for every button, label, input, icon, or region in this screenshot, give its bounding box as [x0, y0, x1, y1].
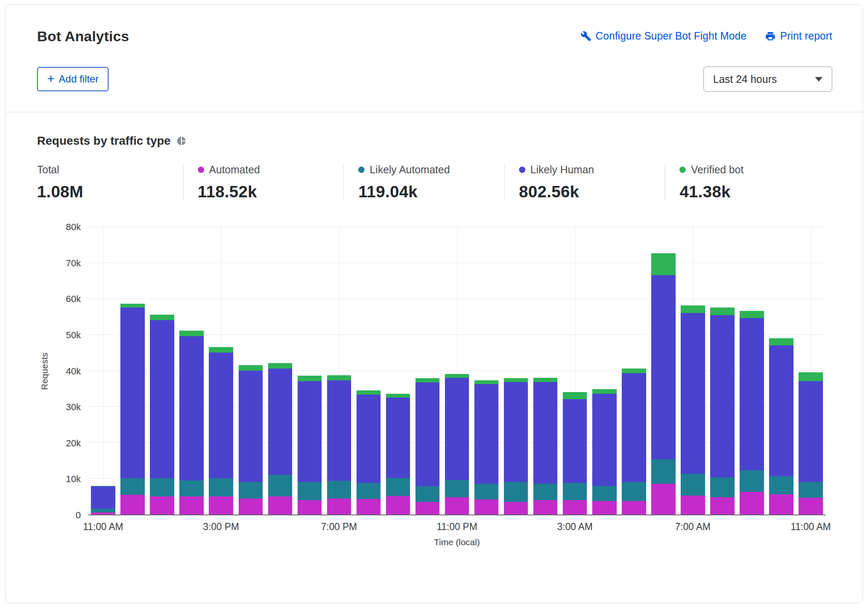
- requests-chart: Requests 010k20k30k40k50k60k70k80k 11:00…: [37, 227, 825, 552]
- stacked-bar: [504, 378, 528, 515]
- x-tick-label: 7:00 PM: [321, 521, 357, 533]
- automated-dot-icon: [198, 167, 204, 173]
- bar-segment-likely-automated: [357, 483, 381, 499]
- stat-value: 119.04k: [358, 183, 504, 201]
- bar-segment-automated: [415, 502, 439, 515]
- bar-slot: [88, 227, 118, 515]
- time-range-select[interactable]: Last 24 hours: [703, 66, 832, 92]
- bar-segment-likely-human: [710, 315, 734, 477]
- bar-segment-verified-bot: [298, 376, 322, 381]
- bar-slot: [295, 227, 324, 515]
- bar-segment-likely-human: [533, 382, 557, 484]
- y-tick-label: 40k: [66, 366, 81, 377]
- stat-total: Total 1.08M: [37, 164, 183, 201]
- bar-segment-automated: [268, 496, 292, 515]
- bar-segment-verified-bot: [769, 338, 793, 345]
- bar-segment-automated: [622, 501, 646, 515]
- y-tick-label: 60k: [66, 294, 81, 305]
- bar-segment-verified-bot: [592, 389, 616, 394]
- add-filter-label: Add filter: [59, 73, 99, 85]
- bar-segment-likely-human: [740, 318, 764, 470]
- bar-slot: [619, 227, 649, 515]
- stacked-bar: [622, 369, 646, 515]
- stacked-bar: [651, 253, 675, 515]
- bar-segment-likely-human: [504, 382, 528, 482]
- stacked-bar: [799, 372, 823, 515]
- bar-slot: [236, 227, 265, 515]
- stat-value: 41.38k: [679, 183, 825, 201]
- bar-segment-verified-bot: [239, 365, 263, 371]
- y-tick-label: 30k: [66, 402, 81, 413]
- bar-segment-automated: [651, 484, 675, 515]
- x-tick-label: 11:00 PM: [437, 521, 477, 533]
- bar-slot: [147, 227, 177, 515]
- bar-segment-verified-bot: [622, 369, 646, 373]
- stacked-bar: [179, 331, 203, 515]
- y-axis-title: Requests: [37, 227, 52, 515]
- stat-label: Automated: [209, 164, 260, 176]
- wrench-icon: [580, 31, 591, 42]
- stats-row: Total 1.08M Automated 118.52k Likely Aut…: [37, 164, 825, 201]
- bar-segment-likely-automated: [533, 484, 557, 500]
- bar-segment-likely-human: [268, 369, 292, 475]
- bar-segment-verified-bot: [533, 378, 557, 382]
- stacked-bar: [120, 304, 144, 515]
- header-links: Configure Super Bot Fight Mode Print rep…: [580, 28, 832, 42]
- bar-slot: [737, 227, 767, 515]
- bar-segment-automated: [150, 496, 174, 515]
- bar-segment-verified-bot: [504, 378, 528, 382]
- bar-segment-verified-bot: [327, 375, 351, 380]
- bar-slot: [472, 227, 501, 515]
- stacked-bar: [298, 376, 322, 515]
- bar-segment-likely-human: [445, 378, 469, 480]
- bar-segment-likely-automated: [239, 482, 263, 499]
- bar-slot: [678, 227, 708, 515]
- stacked-bar: [327, 375, 351, 515]
- y-axis-labels: 010k20k30k40k50k60k70k80k: [52, 227, 88, 515]
- bar-segment-automated: [357, 499, 381, 515]
- bar-slot: [265, 227, 295, 515]
- bar-slot: [177, 227, 206, 515]
- stat-verified-bot: Verified bot 41.38k: [665, 164, 825, 201]
- likely-human-dot-icon: [519, 167, 525, 173]
- stacked-bar: [239, 365, 263, 515]
- add-filter-button[interactable]: + Add filter: [37, 67, 109, 91]
- bar-segment-verified-bot: [651, 253, 675, 275]
- stat-automated: Automated 118.52k: [183, 164, 344, 201]
- bar-segment-verified-bot: [740, 311, 764, 318]
- bar-segment-likely-human: [415, 382, 439, 487]
- y-tick-label: 0: [76, 510, 81, 521]
- stat-label: Verified bot: [691, 164, 743, 176]
- print-report-link[interactable]: Print report: [765, 30, 832, 42]
- bar-segment-verified-bot: [386, 394, 410, 398]
- x-tick-label: 3:00 AM: [557, 521, 592, 533]
- stacked-bar: [681, 305, 705, 515]
- bar-segment-likely-automated: [445, 480, 469, 497]
- bar-segment-verified-bot: [474, 380, 498, 384]
- stacked-bar: [533, 378, 557, 515]
- bar-slot: [796, 227, 825, 515]
- bar-segment-likely-automated: [120, 478, 144, 495]
- bar-segment-verified-bot: [268, 363, 292, 369]
- configure-super-bot-fight-mode-link[interactable]: Configure Super Bot Fight Mode: [580, 30, 747, 42]
- time-range-value: Last 24 hours: [713, 73, 777, 85]
- bar-segment-likely-human: [179, 336, 203, 480]
- stat-value: 802.56k: [519, 183, 665, 201]
- bar-segment-automated: [681, 496, 705, 515]
- bar-segment-automated: [91, 512, 115, 515]
- bar-segment-likely-human: [799, 381, 823, 482]
- y-tick-label: 10k: [66, 474, 81, 485]
- bar-segment-likely-automated: [681, 474, 705, 495]
- stat-likely-human: Likely Human 802.56k: [504, 164, 665, 201]
- stacked-bar: [268, 363, 292, 515]
- bar-slot: [354, 227, 383, 515]
- y-tick-label: 70k: [66, 258, 81, 269]
- card-header: Bot Analytics Configure Super Bot Fight …: [5, 5, 863, 112]
- stacked-bar: [740, 311, 764, 515]
- stacked-bar: [710, 308, 734, 515]
- bar-segment-likely-human: [681, 313, 705, 474]
- bar-segment-likely-human: [563, 399, 587, 483]
- bar-segment-verified-bot: [710, 308, 734, 315]
- bar-segment-likely-human: [622, 373, 646, 482]
- x-axis-title: Time (local): [88, 535, 825, 552]
